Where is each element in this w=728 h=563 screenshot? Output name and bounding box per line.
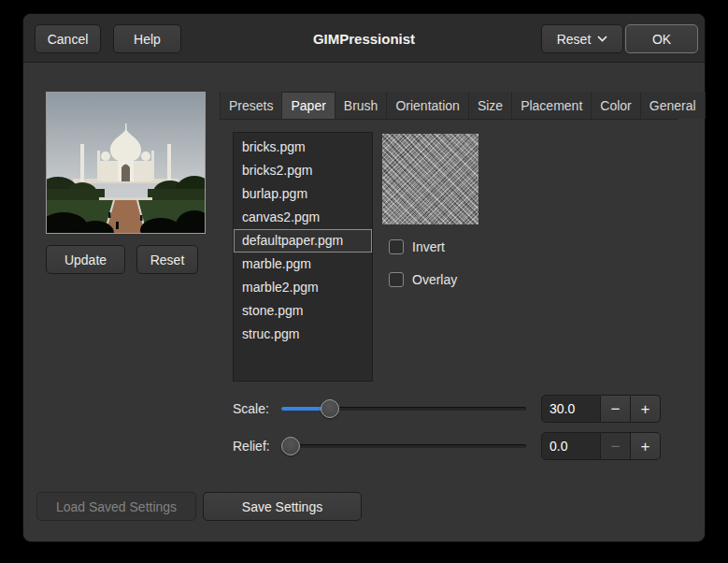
tab-orientation[interactable]: Orientation (387, 92, 468, 119)
scale-slider-thumb[interactable] (321, 399, 339, 418)
list-item[interactable]: marble.pgm (234, 253, 372, 276)
invert-label: Invert (412, 239, 445, 254)
list-item[interactable]: marble2.pgm (234, 276, 372, 299)
relief-slider-thumb[interactable] (281, 437, 300, 455)
preview-image (47, 93, 205, 233)
tab-paper[interactable]: Paper (282, 92, 335, 119)
ok-button[interactable]: OK (625, 24, 698, 53)
invert-checkbox[interactable] (389, 239, 404, 254)
tab-placement[interactable]: Placement (512, 92, 592, 119)
notebook: Presets Paper Brush Orientation Size Pla… (220, 92, 678, 489)
scale-slider[interactable] (281, 395, 526, 423)
scale-increment-button[interactable]: + (631, 395, 661, 423)
tab-row: Presets Paper Brush Orientation Size Pla… (220, 92, 678, 120)
list-item[interactable]: bricks2.pgm (234, 159, 372, 182)
scale-row: Scale: − + (233, 395, 661, 423)
tab-brush[interactable]: Brush (335, 92, 388, 119)
list-item[interactable]: burlap.pgm (234, 182, 372, 206)
save-settings-button[interactable]: Save Settings (203, 492, 362, 521)
relief-increment-button[interactable]: + (631, 432, 661, 460)
update-button[interactable]: Update (46, 245, 125, 274)
list-item[interactable]: canvas2.pgm (234, 206, 372, 229)
scale-decrement-button[interactable]: − (601, 395, 631, 423)
overlay-checkbox[interactable] (389, 272, 404, 287)
scale-value-entry[interactable] (541, 395, 601, 423)
screen: { "header": { "title": "GIMPressionist",… (0, 0, 728, 563)
help-button[interactable]: Help (113, 24, 181, 53)
headerbar: GIMPressionist Cancel Help Reset OK (23, 14, 705, 63)
scale-label: Scale: (233, 401, 281, 416)
cancel-button[interactable]: Cancel (35, 24, 101, 53)
relief-decrement-button[interactable]: − (601, 432, 631, 460)
list-item-selected[interactable]: defaultpaper.pgm (234, 229, 372, 253)
tab-presets[interactable]: Presets (220, 92, 282, 119)
preview-reset-button[interactable]: Reset (136, 245, 198, 274)
load-saved-settings-button[interactable]: Load Saved Settings (36, 492, 196, 521)
relief-label: Relief: (233, 439, 281, 454)
gimpressionist-dialog: GIMPressionist Cancel Help Reset OK (22, 13, 706, 542)
tab-size[interactable]: Size (469, 92, 512, 119)
paper-texture-preview (382, 134, 478, 224)
invert-row: Invert (389, 238, 445, 255)
chevron-down-icon (597, 36, 607, 42)
list-item[interactable]: stone.pgm (234, 299, 372, 323)
overlay-row: Overlay (389, 271, 457, 288)
relief-row: Relief: − + (233, 432, 661, 460)
list-item[interactable]: bricks.pgm (234, 136, 372, 159)
reset-menu-label: Reset (557, 32, 592, 47)
tab-color[interactable]: Color (592, 92, 640, 119)
relief-value-entry[interactable] (541, 432, 601, 460)
relief-slider[interactable] (281, 432, 526, 460)
preview-frame (46, 92, 206, 234)
list-item[interactable]: struc.pgm (234, 323, 372, 346)
paper-file-list: bricks.pgm bricks2.pgm burlap.pgm canvas… (233, 132, 373, 382)
overlay-label: Overlay (412, 272, 457, 287)
reset-menu-button[interactable]: Reset (541, 24, 623, 53)
tab-general[interactable]: General (641, 92, 706, 119)
relief-slider-track[interactable] (281, 444, 526, 448)
